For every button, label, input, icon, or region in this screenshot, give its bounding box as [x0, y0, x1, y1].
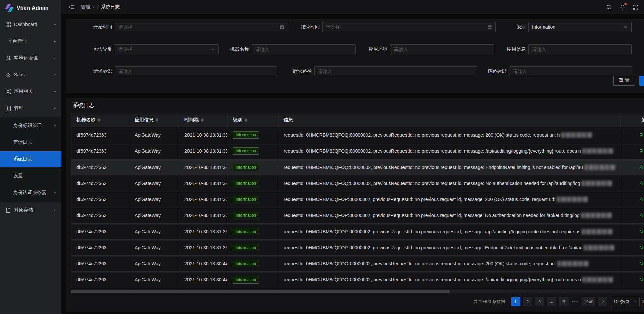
view-log-link[interactable]: 查看日志 [639, 148, 644, 154]
form-item-app-env: 应用环境 [354, 44, 494, 54]
column-header-level[interactable]: 级别 [227, 113, 278, 127]
page-button-5[interactable]: 5 [559, 297, 569, 306]
view-log-link[interactable]: 查看日志 [639, 229, 644, 235]
magnifier-icon [639, 261, 644, 266]
sidebar-item-management[interactable]: 管理 [0, 101, 61, 116]
table-row[interactable]: df5974d72363 ApiGateWay 2021-10-30 13:31… [71, 175, 644, 191]
sidebar-item-label: 系统日志 [13, 156, 57, 162]
logo[interactable]: Vben Admin [0, 0, 61, 16]
sidebar-item-settings[interactable]: 设置 [0, 168, 61, 184]
page-button-1[interactable]: 1 [511, 297, 520, 306]
sidebar-item-system-log[interactable]: 系统日志 [0, 151, 61, 167]
page-button-3[interactable]: 3 [535, 297, 544, 306]
sort-control[interactable] [98, 118, 100, 122]
view-log-link[interactable]: 查看日志 [639, 212, 644, 218]
sidebar-item-auth-server[interactable]: 身份认证服务器 [0, 185, 61, 200]
table-row[interactable]: df5974d72363 ApiGateWay 2021-10-30 13:31… [71, 223, 644, 239]
cell-machine-name: df5974d72363 [71, 143, 129, 159]
cell-action: 查看日志 [621, 240, 644, 255]
view-log-link[interactable]: 查看日志 [639, 180, 644, 186]
table-row[interactable]: df5974d72363 ApiGateWay 2021-10-30 13:31… [71, 127, 644, 143]
table-row[interactable]: df5974d72363 ApiGateWay 2021-10-30 13:31… [71, 143, 644, 159]
column-header-machine-name[interactable]: 机器名称 [71, 113, 129, 127]
cell-machine-name: df5974d72363 [71, 224, 129, 239]
sort-control[interactable] [245, 118, 247, 122]
table-row[interactable]: df5974d72363 ApiGateWay 2021-10-30 13:31… [71, 191, 644, 207]
sidebar-item-app-gateway[interactable]: 应用网关 [0, 84, 61, 99]
cell-timestamp: 2021-10-30 13:31:36 [179, 191, 227, 207]
log-message-text: requestId: 0HMCRBM8JQFOQ:00000002, previ… [284, 181, 580, 186]
page-button-2[interactable]: 2 [523, 297, 532, 306]
machine-name-field[interactable] [252, 44, 356, 54]
table-row[interactable]: df5974d72363 ApiGateWay 2021-10-30 13:31… [71, 207, 644, 223]
view-log-link[interactable]: 查看日志 [639, 164, 644, 170]
sidebar-item-saas[interactable]: Saas [0, 67, 61, 82]
app-env-input[interactable] [394, 47, 490, 52]
table-row[interactable]: df5974d72363 ApiGateWay 2021-10-30 13:30… [71, 255, 644, 271]
cell-message: requestId: 0HMCRBM8JQFOQ:00000002, previ… [278, 159, 621, 175]
field-label: 链路标识 [473, 68, 506, 74]
request-id-input[interactable] [118, 69, 274, 74]
start-time-input[interactable] [118, 24, 280, 30]
notification-bell-icon[interactable] [620, 4, 625, 10]
redacted-uri-block [581, 213, 612, 218]
exception-select[interactable]: 请选择 [115, 44, 219, 54]
sidebar-item-label: 管理 [14, 105, 50, 111]
request-id-field[interactable] [115, 66, 277, 76]
app-info-input[interactable] [532, 47, 628, 52]
table-row[interactable]: df5974d72363 ApiGateWay 2021-10-30 13:31… [71, 159, 644, 175]
request-path-field[interactable] [314, 66, 477, 76]
trace-id-input[interactable] [513, 69, 629, 74]
redacted-uri-block [582, 148, 613, 154]
trace-id-field[interactable] [509, 66, 632, 76]
query-button[interactable]: 查 询 [639, 76, 644, 86]
breadcrumb-section[interactable]: 管理 [81, 4, 95, 10]
sidebar-item-dashboard[interactable]: Dashboard [0, 17, 61, 32]
cell-app-info: ApiGateWay [129, 240, 179, 255]
cell-message: requestId: 0HMCRBM8JQFOQ:00000002, previ… [278, 143, 621, 159]
app-env-field[interactable] [390, 44, 494, 54]
next-page-button[interactable] [598, 297, 607, 306]
sidebar-item-audit-log[interactable]: 审计日志 [0, 135, 61, 150]
sidebar-item-object-storage[interactable]: 对象存储 [0, 202, 61, 218]
view-log-link[interactable]: 查看日志 [639, 132, 644, 138]
reset-button[interactable]: 重 置 [613, 76, 635, 86]
view-log-link[interactable]: 查看日志 [639, 196, 644, 202]
table-row[interactable]: df5974d72363 ApiGateWay 2021-10-30 13:30… [71, 271, 644, 288]
start-time-datepicker[interactable] [115, 22, 288, 32]
sort-asc-icon [201, 118, 204, 120]
table-row[interactable]: df5974d72363 ApiGateWay 2021-10-30 13:31… [71, 239, 644, 255]
log-message-text: requestId: 0HMCRBM8JQFOP:00000002, previ… [284, 197, 555, 202]
page-button-4[interactable]: 4 [547, 297, 556, 306]
view-log-link[interactable]: 查看日志 [639, 277, 644, 283]
end-time-input[interactable] [326, 24, 487, 30]
sidebar-item-identity-management[interactable]: 身份标识管理 [0, 118, 61, 133]
sidebar-item-platform-management[interactable]: 平台管理 [0, 34, 61, 49]
search-icon[interactable] [606, 4, 612, 10]
page-size-select[interactable]: 10 条/页 [610, 297, 640, 306]
view-log-link[interactable]: 查看日志 [639, 245, 644, 251]
sort-control[interactable] [201, 118, 204, 122]
page-button-last[interactable]: 1940 [582, 297, 595, 306]
column-header-timestamp[interactable]: 时间戳 [179, 113, 227, 127]
horizontal-scrollbar[interactable] [71, 290, 644, 293]
system-log-table: 机器名称 应用信息 时间戳 级别 [71, 113, 644, 288]
app-root: Vben Admin Dashboard 平台管理 本地化管理 [0, 0, 644, 314]
form-buttons: 重 置 查 询 收起 [613, 76, 644, 86]
sidebar-item-label: Saas [14, 72, 50, 77]
request-path-input[interactable] [318, 69, 473, 74]
sidebar-item-localization[interactable]: 本地化管理 [0, 50, 61, 66]
sort-control[interactable] [156, 118, 158, 122]
chevron-right-icon [601, 300, 605, 304]
cell-level: Information [227, 143, 278, 159]
column-header-app-info[interactable]: 应用信息 [129, 113, 179, 127]
view-log-link[interactable]: 查看日志 [639, 261, 644, 267]
app-info-field[interactable] [528, 44, 632, 54]
horizontal-scrollbar-thumb[interactable] [71, 290, 450, 293]
level-select[interactable]: Information [528, 22, 632, 32]
end-time-datepicker[interactable] [322, 22, 496, 32]
pagination-ellipsis[interactable]: ••• [571, 299, 579, 304]
menu-fold-icon[interactable] [69, 4, 75, 10]
machine-name-input[interactable] [255, 47, 352, 52]
fullscreen-icon[interactable] [633, 4, 639, 10]
